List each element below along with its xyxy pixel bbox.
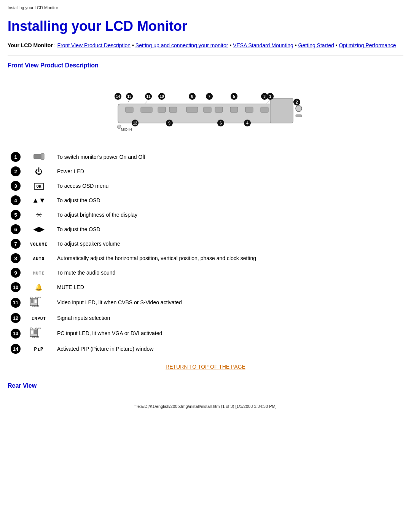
svg-rect-51 [34, 299, 37, 303]
svg-text:13: 13 [127, 94, 132, 99]
feature-number: 9 [11, 268, 21, 278]
table-row: 7VOLUMETo adjust speakers volume [8, 236, 403, 251]
svg-text:12: 12 [133, 121, 137, 125]
arrows-lr-icon: ◀▶ [24, 222, 54, 236]
browser-title: Installing your LCD Monitor [8, 4, 403, 12]
feature-number: 13 [11, 329, 21, 339]
svg-text:PC: PC [30, 297, 33, 298]
return-to-top-link[interactable]: RETURN TO TOP OF THE PAGE [166, 364, 245, 370]
nav-link-vesa[interactable]: VESA Standard Mounting [233, 42, 293, 48]
nav-link-setup[interactable]: Setting up and connecting your monitor [135, 42, 228, 48]
power-led-icon: ⏻ [24, 164, 54, 179]
svg-line-45 [145, 100, 148, 104]
feature-description: To access OSD menu [54, 179, 403, 193]
features-table: 1To switch monitor's power On and Off2⏻P… [8, 150, 403, 356]
nav-label: Your LCD Monitor [8, 42, 53, 48]
table-row: 12INPUTSignal inputs selection [8, 311, 403, 325]
return-link-container: RETURN TO TOP OF THE PAGE [8, 364, 403, 370]
svg-text:PC: PC [30, 328, 33, 329]
feature-number: 8 [11, 253, 21, 263]
table-row: 10🔔MUTE LED [8, 280, 403, 294]
mute-icon: MUTE [24, 265, 54, 280]
pip-icon: PIP [24, 342, 54, 356]
feature-description: To adjust speakers volume [54, 236, 403, 251]
footer: file:///D|/K1/english/200p3mg/install/in… [8, 402, 403, 409]
nav-section: Your LCD Monitor : Front View Product De… [8, 41, 403, 50]
svg-rect-8 [186, 107, 198, 112]
feature-description: To adjust the OSD [54, 222, 403, 236]
table-row: 3OKTo access OSD menu [8, 179, 403, 193]
svg-text:11: 11 [146, 94, 151, 99]
svg-text:10: 10 [159, 94, 164, 99]
svg-rect-4 [126, 107, 133, 112]
feature-number: 7 [11, 239, 21, 249]
brightness-icon: ✳ [24, 208, 54, 222]
nav-link-optimizing[interactable]: Optimizing Performance [339, 42, 396, 48]
table-row: 2⏻Power LED [8, 164, 403, 179]
svg-rect-11 [230, 107, 238, 112]
svg-rect-50 [31, 299, 33, 303]
svg-line-46 [127, 100, 129, 104]
svg-rect-57 [34, 330, 37, 334]
svg-text:INPUT: INPUT [32, 305, 39, 307]
svg-rect-9 [204, 107, 211, 112]
feature-number: 3 [11, 181, 21, 191]
switch-icon [24, 150, 54, 164]
svg-rect-48 [41, 153, 44, 160]
section-front-title: Front View Product Description [8, 62, 403, 69]
svg-text:1: 1 [269, 94, 271, 99]
divider-middle [8, 376, 403, 376]
section-rear-title: Rear View [8, 382, 403, 389]
feature-number: 1 [11, 152, 21, 162]
auto-icon: AUTO [24, 251, 54, 265]
arrows-ud-icon: ▲▼ [24, 193, 54, 208]
svg-text:9: 9 [168, 121, 170, 125]
svg-text:8: 8 [191, 94, 193, 99]
pc-input-led-icon: PCVIDEOINPUT [24, 325, 54, 342]
feature-number: 14 [11, 344, 21, 354]
svg-rect-13 [261, 107, 268, 112]
feature-number: 11 [11, 298, 21, 308]
mute-led-icon: 🔔 [24, 280, 54, 294]
svg-rect-10 [215, 107, 223, 112]
table-row: 14PIPActivated PIP (Picture in Picture) … [8, 342, 403, 356]
nav-link-front[interactable]: Front View Product Description [57, 42, 131, 48]
divider-bottom [8, 394, 403, 394]
svg-rect-3 [296, 115, 302, 117]
svg-text:MIC-IN: MIC-IN [121, 128, 132, 131]
svg-text:4: 4 [246, 121, 249, 125]
page-title: Installing your LCD Monitor [8, 18, 403, 34]
feature-number: 5 [11, 210, 21, 220]
feature-number: 2 [11, 166, 21, 176]
svg-text:5: 5 [233, 94, 235, 99]
svg-text:INPUT: INPUT [32, 336, 39, 338]
feature-description: Signal inputs selection [54, 311, 403, 325]
svg-point-43 [117, 125, 121, 129]
feature-description: Automatically adjust the horizontal posi… [54, 251, 403, 265]
svg-rect-7 [169, 107, 177, 112]
feature-description: PC input LED, lit when VGA or DVI activa… [54, 325, 403, 342]
feature-description: Activated PIP (Picture in Picture) windo… [54, 342, 403, 356]
table-row: 13PCVIDEOINPUTPC input LED, lit when VGA… [8, 325, 403, 342]
divider-top [8, 56, 403, 56]
table-row: 1To switch monitor's power On and Off [8, 150, 403, 164]
svg-text:2: 2 [296, 100, 298, 104]
feature-number: 6 [11, 224, 21, 234]
feature-description: To switch monitor's power On and Off [54, 150, 403, 164]
monitor-diagram: 1 2 3 4 5 6 7 8 9 10 11 12 13 14 MIC-IN [8, 73, 403, 142]
table-row: 11PCVIDEOINPUTVideo input LED, lit when … [8, 294, 403, 311]
svg-rect-56 [31, 330, 33, 334]
nav-link-started[interactable]: Getting Started [298, 42, 334, 48]
svg-text:14: 14 [116, 94, 120, 99]
feature-description: To adjust brightness of the display [54, 208, 403, 222]
feature-number: 12 [11, 313, 21, 323]
svg-text:3: 3 [263, 94, 266, 99]
svg-text:7: 7 [208, 94, 210, 99]
feature-number: 4 [11, 195, 21, 205]
svg-rect-1 [270, 98, 293, 123]
svg-text:VIDEO: VIDEO [35, 297, 41, 298]
osd-menu-icon: OK [24, 179, 54, 193]
svg-rect-6 [158, 107, 166, 112]
svg-text:VIDEO: VIDEO [35, 328, 41, 329]
feature-description: To adjust the OSD [54, 193, 403, 208]
